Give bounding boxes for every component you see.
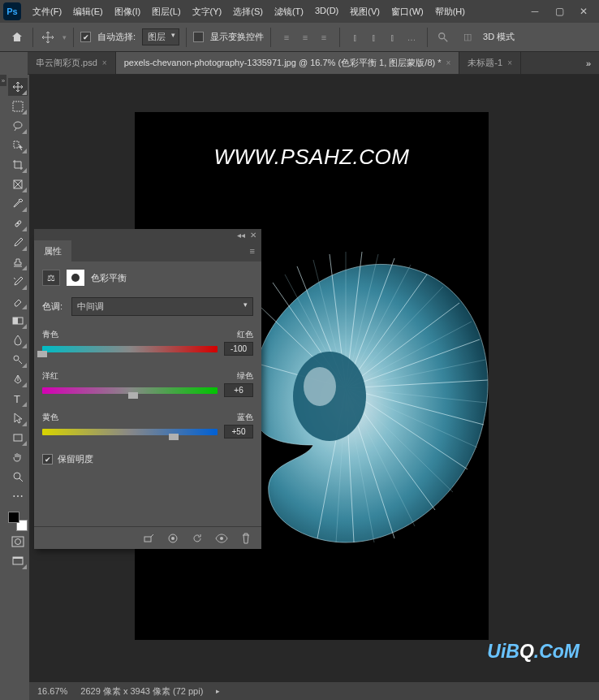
align-left-icon[interactable]: ≡ — [278, 28, 295, 46]
close-button[interactable]: ✕ — [571, 3, 596, 19]
shape-tool[interactable] — [8, 429, 28, 447]
menu-选择(S)[interactable]: 选择(S) — [228, 2, 268, 21]
menu-图像(I)[interactable]: 图像(I) — [110, 2, 145, 21]
menu-文字(Y)[interactable]: 文字(Y) — [187, 2, 227, 21]
menu-3D(D)[interactable]: 3D(D) — [310, 2, 343, 21]
menu-窗口(W)[interactable]: 窗口(W) — [386, 2, 429, 21]
dist-3-icon[interactable]: ⫿ — [384, 28, 402, 46]
panel-footer — [34, 526, 261, 549]
slider-handle[interactable] — [37, 351, 47, 357]
svg-line-1 — [444, 37, 447, 41]
blur-tool[interactable] — [8, 331, 28, 349]
svg-rect-19 — [12, 537, 24, 547]
zoom-level[interactable]: 16.67% — [37, 686, 67, 696]
visibility-icon[interactable] — [214, 531, 229, 546]
panel-tab-properties[interactable]: 属性 — [34, 240, 71, 261]
layer-mask-icon[interactable] — [67, 270, 84, 286]
show-transform-checkbox[interactable] — [193, 32, 204, 42]
eraser-tool[interactable] — [8, 292, 28, 310]
hand-tool[interactable] — [8, 448, 28, 466]
screen-mode-icon[interactable] — [8, 552, 28, 570]
document-tab[interactable]: 串云阁彩页.psd× — [28, 52, 116, 74]
slider-value[interactable]: +6 — [224, 383, 253, 397]
history-brush-tool[interactable] — [8, 273, 28, 291]
slider-handle[interactable] — [128, 392, 138, 399]
svg-point-20 — [15, 539, 21, 545]
menu-文件(F)[interactable]: 文件(F) — [28, 2, 67, 21]
type-tool[interactable]: T — [8, 390, 28, 408]
move-tool[interactable] — [8, 78, 28, 96]
align-right-icon[interactable]: ≡ — [315, 28, 333, 46]
quick-mask-icon[interactable] — [8, 533, 28, 551]
mode3d-cube-icon[interactable]: ◫ — [459, 28, 476, 46]
document-tab[interactable]: pexels-chevanon-photography-1335971.jpg … — [116, 52, 460, 74]
color-swatch[interactable] — [8, 512, 28, 531]
tab-close-icon[interactable]: × — [102, 58, 107, 67]
dist-2-icon[interactable]: ⫿ — [365, 28, 383, 46]
tone-label: 色调: — [42, 300, 67, 313]
svg-line-18 — [19, 478, 23, 482]
slider-track[interactable] — [42, 387, 218, 394]
options-bar: ▾ ✔ 自动选择: 图层 显示变换控件 ≡ ≡ ≡ ⫿ ⫿ ⫿ … ◫ 3D 模… — [0, 23, 599, 52]
marquee-tool[interactable] — [8, 97, 28, 115]
lasso-tool[interactable] — [8, 117, 28, 135]
gradient-tool[interactable] — [8, 312, 28, 330]
clip-icon[interactable] — [141, 531, 156, 546]
slider-track[interactable] — [42, 429, 218, 435]
path-select-tool[interactable] — [8, 409, 28, 427]
dist-1-icon[interactable]: ⫿ — [347, 28, 364, 46]
distribute-group: ⫿ ⫿ ⫿ … — [347, 28, 420, 46]
dodge-tool[interactable] — [8, 351, 28, 369]
svg-rect-25 — [144, 537, 151, 542]
tabs-overflow-icon[interactable]: » — [578, 52, 599, 74]
align-center-icon[interactable]: ≡ — [296, 28, 314, 46]
slider-row-2: 黄色蓝色 +50 — [42, 412, 253, 439]
panel-collapse-bar[interactable]: ◂◂✕ — [34, 229, 261, 240]
auto-select-label: 自动选择: — [97, 31, 136, 43]
frame-tool[interactable] — [8, 175, 28, 193]
dock-collapse-icon[interactable]: » — [0, 75, 6, 86]
maximize-button[interactable]: ▢ — [547, 3, 571, 19]
properties-panel: ◂◂✕ 属性 ≡ ⚖ 色彩平衡 色调: 中间调 青色红色 -100洋红绿色 +6… — [34, 240, 261, 549]
slider-value[interactable]: -100 — [224, 342, 253, 356]
status-chevron-icon[interactable]: ▸ — [216, 687, 220, 695]
view-previous-icon[interactable] — [166, 531, 180, 546]
menu-图层(L)[interactable]: 图层(L) — [147, 2, 185, 21]
menu-帮助(H)[interactable]: 帮助(H) — [430, 2, 470, 21]
tab-label: pexels-chevanon-photography-1335971.jpg … — [124, 57, 442, 69]
auto-select-dropdown[interactable]: 图层 — [142, 28, 179, 45]
home-icon[interactable] — [8, 28, 26, 46]
document-tabs: 串云阁彩页.psd×pexels-chevanon-photography-13… — [28, 52, 599, 75]
stamp-tool[interactable] — [8, 253, 28, 271]
menu-编辑(E)[interactable]: 编辑(E) — [68, 2, 108, 21]
healing-tool[interactable] — [8, 214, 28, 232]
preserve-luminosity-checkbox[interactable]: ✔ — [42, 454, 53, 465]
svg-rect-2 — [13, 102, 23, 111]
zoom-tool[interactable] — [8, 468, 28, 486]
reset-icon[interactable] — [190, 531, 205, 546]
tab-close-icon[interactable]: × — [446, 58, 451, 67]
slider-handle[interactable] — [169, 434, 179, 440]
document-tab[interactable]: 未标题-1× — [459, 52, 521, 74]
menu-滤镜(T)[interactable]: 滤镜(T) — [269, 2, 308, 21]
crop-tool[interactable] — [8, 156, 28, 174]
panel-menu-icon[interactable]: ≡ — [243, 246, 261, 256]
search-icon[interactable] — [434, 28, 452, 46]
pen-tool[interactable] — [8, 370, 28, 388]
status-bar: 16.67% 2629 像素 x 3943 像素 (72 ppi) ▸ — [29, 682, 599, 700]
tone-dropdown[interactable]: 中间调 — [71, 297, 253, 316]
minimize-button[interactable]: ─ — [523, 3, 547, 19]
eyedropper-tool[interactable] — [8, 195, 28, 213]
brush-tool[interactable] — [8, 234, 28, 252]
svg-rect-12 — [13, 318, 18, 324]
more-icon[interactable]: … — [403, 28, 420, 46]
slider-value[interactable]: +50 — [224, 425, 253, 439]
quick-select-tool[interactable] — [8, 136, 28, 154]
tab-close-icon[interactable]: × — [507, 58, 512, 67]
menu-视图(V)[interactable]: 视图(V) — [345, 2, 385, 21]
auto-select-checkbox[interactable]: ✔ — [80, 32, 91, 42]
slider-track[interactable] — [42, 346, 218, 352]
trash-icon[interactable] — [239, 531, 253, 546]
edit-toolbar[interactable]: ⋯ — [8, 487, 28, 505]
svg-rect-4 — [14, 141, 19, 148]
